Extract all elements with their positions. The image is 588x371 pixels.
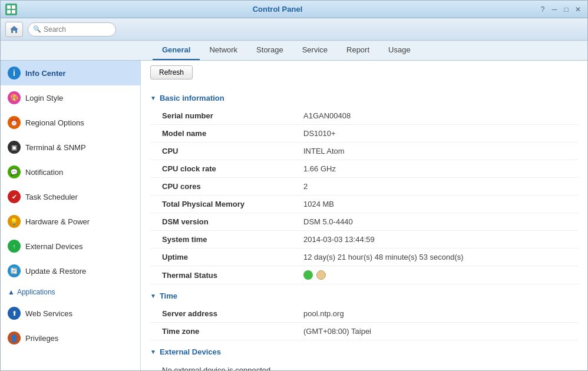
tab-usage[interactable]: Usage (379, 41, 420, 60)
sidebar-item-label: Info Center (25, 69, 66, 78)
row-label: Total Physical Memory (150, 196, 292, 213)
sidebar-item-terminal-snmp[interactable]: ▣ Terminal & SNMP (1, 135, 140, 160)
time-toggle[interactable]: ▼ (150, 293, 156, 299)
sidebar-item-label: Hardware & Power (25, 217, 90, 226)
sidebar-item-external-devices[interactable]: ↑ External Devices (1, 234, 140, 259)
table-row: System time 2014-03-03 13:44:59 (150, 231, 578, 249)
main-area: i Info Center 🎨 Login Style ⏰ Regional O… (1, 61, 587, 370)
web-services-icon: ⬆ (8, 307, 21, 320)
help-button[interactable]: ? (538, 5, 547, 14)
row-value-thermal (292, 266, 578, 284)
sidebar-item-task-scheduler[interactable]: ✔ Task Scheduler (1, 184, 140, 209)
row-value: 2 (292, 178, 578, 196)
sidebar-item-privileges[interactable]: 👤 Privileges (1, 326, 140, 350)
row-value: INTEL Atom (292, 143, 578, 160)
window-title: Control Panel (17, 5, 538, 14)
sidebar-item-info-center[interactable]: i Info Center (1, 61, 140, 85)
table-row: Total Physical Memory 1024 MB (150, 196, 578, 213)
applications-section-header[interactable]: ▲ Applications (1, 283, 140, 301)
sidebar-item-update-restore[interactable]: 🔄 Update & Restore (1, 259, 140, 283)
titlebar-left (5, 4, 17, 15)
svg-rect-0 (7, 5, 11, 9)
control-panel-window: Control Panel ? ─ □ ✕ 🔍 General Network … (0, 0, 588, 371)
sidebar-item-label: Regional Options (25, 118, 84, 127)
table-row: DSM version DSM 5.0-4440 (150, 213, 578, 231)
row-label: Server address (150, 305, 292, 323)
titlebar: Control Panel ? ─ □ ✕ (1, 1, 587, 18)
sidebar-item-label: Task Scheduler (25, 193, 78, 201)
sidebar-item-notification[interactable]: 💬 Notification (1, 160, 140, 184)
regional-options-icon: ⏰ (8, 116, 21, 129)
row-value: A1GAN00408 (292, 107, 578, 125)
row-value: (GMT+08:00) Taipei (292, 323, 578, 340)
no-external-device-msg: No external device is connected. (150, 361, 578, 370)
basic-info-title: Basic information (160, 94, 224, 102)
time-table: Server address pool.ntp.org Time zone (G… (150, 305, 578, 340)
tab-network[interactable]: Network (200, 41, 247, 60)
minimize-button[interactable]: ─ (550, 5, 559, 14)
sidebar-item-web-services[interactable]: ⬆ Web Services (1, 301, 140, 326)
update-restore-icon: 🔄 (8, 264, 21, 277)
table-row: CPU cores 2 (150, 178, 578, 196)
row-label: Model name (150, 125, 292, 143)
row-label: CPU clock rate (150, 160, 292, 178)
terminal-snmp-icon: ▣ (8, 141, 21, 154)
svg-rect-2 (7, 10, 11, 14)
external-devices-toggle[interactable]: ▼ (150, 349, 156, 355)
sidebar-item-login-style[interactable]: 🎨 Login Style (1, 85, 140, 110)
svg-rect-1 (12, 5, 15, 9)
row-label: Time zone (150, 323, 292, 340)
privileges-icon: 👤 (8, 332, 21, 344)
table-row: Time zone (GMT+08:00) Taipei (150, 323, 578, 340)
sidebar-item-label: Update & Restore (25, 267, 86, 276)
row-value: 1024 MB (292, 196, 578, 213)
table-row: Server address pool.ntp.org (150, 305, 578, 323)
table-row: Uptime 12 day(s) 21 hour(s) 48 minute(s)… (150, 249, 578, 266)
row-value: 2014-03-03 13:44:59 (292, 231, 578, 249)
sidebar-item-regional-options[interactable]: ⏰ Regional Options (1, 110, 140, 135)
app-icon (5, 4, 17, 15)
row-value: 12 day(s) 21 hour(s) 48 minute(s) 53 sec… (292, 249, 578, 266)
row-label: Serial number (150, 107, 292, 125)
toolbar: 🔍 (1, 18, 587, 41)
basic-info-toggle[interactable]: ▼ (150, 95, 156, 101)
sidebar-item-hardware-power[interactable]: 💡 Hardware & Power (1, 209, 140, 234)
external-devices-title: External Devices (160, 347, 221, 356)
login-style-icon: 🎨 (8, 91, 21, 104)
sidebar-item-label: Terminal & SNMP (25, 143, 86, 152)
tab-general[interactable]: General (153, 41, 200, 60)
content-inner: Refresh ▼ Basic information Serial numbe… (141, 61, 587, 370)
thermal-dot-yellow (316, 270, 326, 280)
close-button[interactable]: ✕ (573, 5, 583, 14)
sidebar-item-label: Login Style (25, 94, 63, 102)
time-header: ▼ Time (150, 289, 578, 303)
search-input[interactable] (44, 25, 108, 34)
tab-report[interactable]: Report (337, 41, 379, 60)
hardware-power-icon: 💡 (8, 215, 21, 228)
content-area: Refresh ▼ Basic information Serial numbe… (141, 61, 587, 370)
task-scheduler-icon: ✔ (8, 190, 21, 203)
tabs-bar: General Network Storage Service Report U… (1, 41, 587, 61)
window-controls: ? ─ □ ✕ (538, 5, 583, 14)
row-value: 1.66 GHz (292, 160, 578, 178)
sidebar: i Info Center 🎨 Login Style ⏰ Regional O… (1, 61, 141, 370)
notification-icon: 💬 (8, 165, 21, 178)
row-label: CPU (150, 143, 292, 160)
tab-service[interactable]: Service (293, 41, 337, 60)
table-row: Model name DS1010+ (150, 125, 578, 143)
row-label: System time (150, 231, 292, 249)
external-devices-header: ▼ External Devices (150, 345, 578, 359)
sidebar-item-label: Web Services (25, 309, 72, 318)
table-row-thermal: Thermal Status (150, 266, 578, 284)
maximize-button[interactable]: □ (561, 5, 571, 14)
basic-info-header: ▼ Basic information (150, 91, 578, 105)
external-devices-icon: ↑ (8, 240, 21, 253)
tab-storage[interactable]: Storage (247, 41, 293, 60)
section-chevron-icon: ▲ (8, 288, 15, 296)
row-label: Thermal Status (150, 266, 292, 284)
basic-info-table: Serial number A1GAN00408 Model name DS10… (150, 107, 578, 284)
home-button[interactable] (5, 22, 23, 37)
time-title: Time (160, 292, 177, 300)
refresh-button[interactable]: Refresh (150, 65, 193, 80)
row-value: pool.ntp.org (292, 305, 578, 323)
